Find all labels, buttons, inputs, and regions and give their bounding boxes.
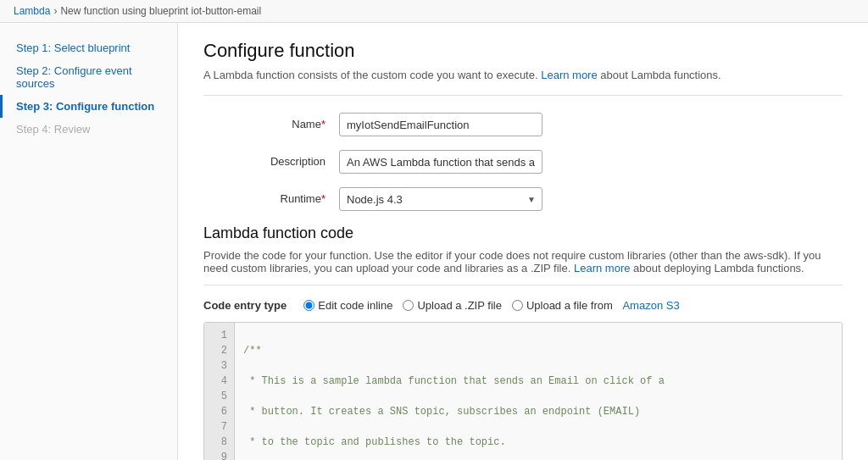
- name-field-row: Name*: [203, 113, 843, 136]
- radio-s3-input[interactable]: [512, 300, 523, 311]
- name-label: Name*: [203, 113, 339, 130]
- amazon-s3-link[interactable]: Amazon S3: [622, 299, 679, 312]
- description-field-row: Description: [203, 150, 843, 174]
- radio-zip-label: Upload a .ZIP file: [417, 299, 501, 312]
- radio-s3-label: Upload a file from: [526, 299, 613, 312]
- radio-inline-label: Edit code inline: [318, 299, 392, 312]
- code-section-desc: Provide the code for your function. Use …: [203, 249, 843, 285]
- code-learn-more-link[interactable]: Learn more: [574, 262, 630, 274]
- main-content: Configure function A Lambda function con…: [178, 23, 868, 460]
- sidebar-item-step1[interactable]: Step 1: Select blueprint: [0, 36, 177, 59]
- runtime-field-row: Runtime* Node.js 4.3 Node.js 0.10 Java 8…: [203, 187, 843, 211]
- subtitle-text: A Lambda function consists of the custom…: [203, 69, 538, 81]
- code-entry-type-row: Code entry type Edit code inline Upload …: [203, 299, 843, 312]
- breadcrumb-sep: ›: [53, 5, 57, 17]
- code-content: /** * This is a sample lambda function t…: [235, 323, 842, 460]
- radio-zip[interactable]: Upload a .ZIP file: [403, 299, 501, 312]
- sidebar-item-step3[interactable]: Step 3: Configure function: [0, 95, 177, 118]
- page-title: Configure function: [203, 40, 843, 62]
- description-label: Description: [203, 150, 339, 168]
- breadcrumb: Lambda › New function using blueprint io…: [0, 0, 868, 23]
- code-entry-label: Code entry type: [203, 299, 287, 312]
- runtime-label: Runtime*: [203, 187, 339, 205]
- subtitle-learn-more-link[interactable]: Learn more: [541, 69, 597, 81]
- sidebar: Step 1: Select blueprint Step 2: Configu…: [0, 23, 178, 460]
- radio-inline-input[interactable]: [303, 300, 314, 311]
- runtime-select[interactable]: Node.js 4.3 Node.js 0.10 Java 8 Python 2…: [339, 187, 542, 211]
- description-input[interactable]: [339, 150, 542, 174]
- sidebar-item-step2[interactable]: Step 2: Configure event sources: [0, 59, 177, 95]
- radio-zip-input[interactable]: [403, 300, 414, 311]
- runtime-select-wrapper: Node.js 4.3 Node.js 0.10 Java 8 Python 2…: [339, 187, 542, 211]
- breadcrumb-lambda[interactable]: Lambda: [14, 5, 50, 17]
- code-section-title: Lambda function code: [203, 224, 843, 242]
- line-numbers: 1 2 3 4 5 6 7 8 9 10 11 12 13: [204, 323, 235, 460]
- page-subtitle: A Lambda function consists of the custom…: [203, 69, 843, 96]
- breadcrumb-current: New function using blueprint iot-button-…: [60, 5, 261, 17]
- sidebar-item-step4: Step 4: Review: [0, 118, 177, 141]
- radio-s3[interactable]: Upload a file from Amazon S3: [512, 299, 680, 312]
- code-editor[interactable]: 1 2 3 4 5 6 7 8 9 10 11 12 13 /** * This…: [203, 322, 843, 460]
- radio-inline[interactable]: Edit code inline: [303, 299, 392, 312]
- subtitle-suffix-text: about Lambda functions.: [600, 69, 721, 81]
- name-input[interactable]: [339, 113, 542, 136]
- main-layout: Step 1: Select blueprint Step 2: Configu…: [0, 23, 868, 460]
- code-lines: 1 2 3 4 5 6 7 8 9 10 11 12 13 /** * This…: [204, 323, 842, 460]
